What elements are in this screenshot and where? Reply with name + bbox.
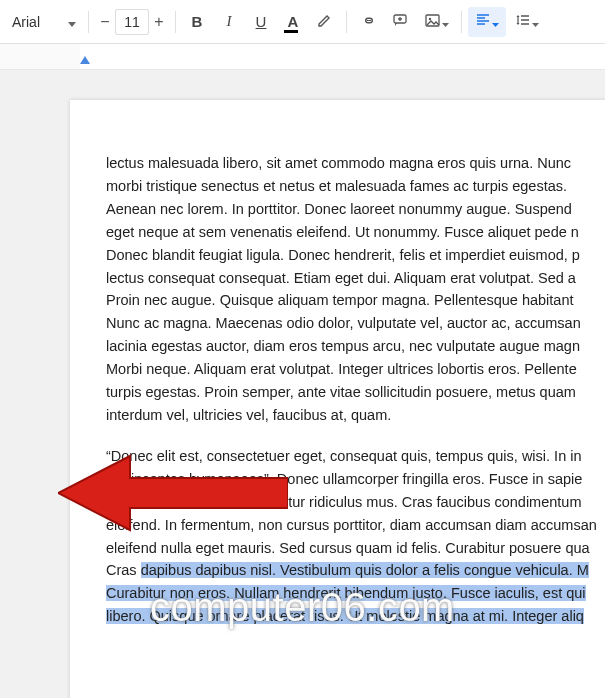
font-family-select[interactable]: Arial — [6, 10, 82, 34]
paragraph[interactable]: lectus malesuada libero, sit amet commod… — [106, 152, 605, 427]
toolbar: Arial − 11 + B I U A — [0, 0, 605, 44]
highlight-color-button[interactable] — [310, 7, 340, 37]
ruler[interactable] — [0, 44, 605, 70]
svg-point-2 — [428, 17, 430, 19]
document-body[interactable]: lectus malesuada libero, sit amet commod… — [106, 152, 605, 628]
separator — [88, 11, 89, 33]
text-color-swatch — [284, 30, 298, 33]
text-run[interactable]: “Donec elit est, consectetuer eget, cons… — [106, 448, 597, 579]
bold-button[interactable]: B — [182, 7, 212, 37]
text-color-icon: A — [288, 13, 299, 30]
document-canvas: lectus malesuada libero, sit amet commod… — [0, 70, 605, 698]
chevron-down-icon — [492, 13, 499, 30]
comment-icon — [392, 12, 409, 32]
font-family-label: Arial — [12, 14, 40, 30]
insert-image-button[interactable] — [417, 7, 455, 37]
chevron-down-icon — [442, 13, 449, 30]
image-icon — [424, 12, 441, 32]
link-icon — [360, 12, 377, 32]
font-size-decrease-button[interactable]: − — [95, 9, 115, 35]
line-spacing-button[interactable] — [508, 7, 546, 37]
font-size-group: − 11 + — [95, 9, 169, 35]
italic-button[interactable]: I — [214, 7, 244, 37]
chevron-down-icon — [68, 14, 76, 30]
highlight-icon — [317, 12, 333, 31]
font-size-increase-button[interactable]: + — [149, 9, 169, 35]
chevron-down-icon — [532, 13, 539, 30]
insert-link-button[interactable] — [353, 7, 383, 37]
selected-text[interactable]: dapibus dapibus nisl. Vestibulum quis do… — [106, 562, 589, 624]
underline-button[interactable]: U — [246, 7, 276, 37]
separator — [346, 11, 347, 33]
align-button[interactable] — [468, 7, 506, 37]
separator — [175, 11, 176, 33]
text-color-button[interactable]: A — [278, 7, 308, 37]
document-page[interactable]: lectus malesuada libero, sit amet commod… — [70, 100, 605, 698]
line-spacing-icon — [515, 12, 531, 31]
insert-comment-button[interactable] — [385, 7, 415, 37]
align-left-icon — [475, 12, 491, 31]
paragraph[interactable]: “Donec elit est, consectetuer eget, cons… — [106, 445, 605, 628]
font-size-input[interactable]: 11 — [115, 9, 149, 35]
separator — [461, 11, 462, 33]
indent-marker[interactable] — [80, 56, 90, 64]
